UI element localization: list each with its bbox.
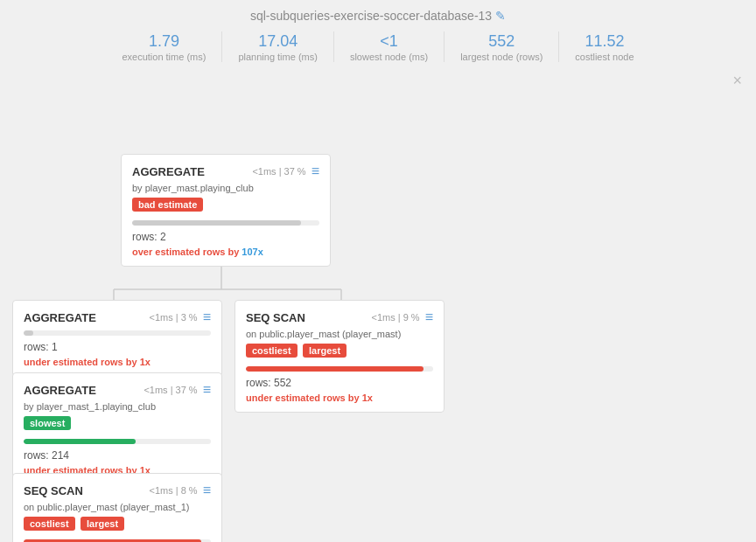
stat-execution-time-label: execution time (ms) — [122, 52, 206, 62]
stat-execution-time: 1.79 execution time (ms) — [106, 31, 222, 62]
canvas-area: AGGREGATE <1ms | 37 % ≡ by player_mast.p… — [0, 71, 756, 534]
stat-costliest-node: 11.52 costliest node — [559, 31, 649, 62]
node-seq-scan-left-subtitle: on public.player_mast (player_mast_1) — [24, 502, 211, 512]
progress-fill — [246, 366, 424, 372]
stat-largest-node: 552 largest node (rows) — [444, 31, 559, 62]
node-aggregate-mid-rows: rows: 214 — [24, 449, 211, 462]
stat-slowest-node-label: slowest node (ms) — [350, 52, 428, 62]
stat-slowest-node: <1 slowest node (ms) — [334, 31, 444, 62]
edit-icon[interactable]: ✎ — [495, 9, 506, 23]
stats-bar: 1.79 execution time (ms) 17.04 planning … — [0, 28, 756, 71]
node-aggregate-mid-header: AGGREGATE <1ms | 37 % ≡ — [24, 382, 211, 398]
stat-largest-node-value: 552 — [460, 31, 542, 52]
node-aggregate-left-stats: <1ms | 3 % — [150, 312, 198, 323]
header: sql-subqueries-exercise-soccer-database-… — [0, 0, 756, 28]
node-seq-scan-right-estimate: under estimated rows by 1x — [246, 393, 433, 403]
node-seq-scan-right-header: SEQ SCAN <1ms | 9 % ≡ — [246, 309, 433, 325]
node-seq-scan-right[interactable]: SEQ SCAN <1ms | 9 % ≡ on public.player_m… — [234, 300, 444, 413]
node-aggregate-top-estimate: over estimated rows by 107x — [132, 247, 319, 257]
node-seq-scan-right-progress — [246, 366, 433, 372]
node-seq-scan-left-stats: <1ms | 8 % — [150, 485, 198, 496]
node-aggregate-left[interactable]: AGGREGATE <1ms | 3 % ≡ rows: 1 under est… — [12, 300, 222, 377]
progress-fill — [24, 330, 33, 336]
node-aggregate-left-estimate: under estimated rows by 1x — [24, 357, 211, 367]
main-container: sql-subqueries-exercise-soccer-database-… — [0, 0, 756, 542]
node-aggregate-mid[interactable]: AGGREGATE <1ms | 37 % ≡ by player_mast_1… — [12, 372, 222, 485]
node-seq-scan-right-title: SEQ SCAN — [246, 311, 305, 324]
node-aggregate-mid-badge: slowest — [24, 416, 71, 430]
stat-costliest-node-value: 11.52 — [575, 31, 634, 52]
stat-planning-time-value: 17.04 — [238, 31, 317, 52]
node-seq-scan-left-badge2: largest — [80, 517, 124, 531]
node-seq-scan-right-badge1: costliest — [246, 344, 298, 358]
db-icon-top: ≡ — [312, 163, 319, 179]
db-icon-seq-right: ≡ — [425, 309, 433, 325]
node-aggregate-top[interactable]: AGGREGATE <1ms | 37 % ≡ by player_mast.p… — [121, 154, 331, 267]
progress-fill — [132, 220, 301, 226]
node-seq-scan-right-badge2: largest — [303, 344, 346, 358]
node-aggregate-mid-progress — [24, 439, 211, 444]
node-aggregate-top-rows: rows: 2 — [132, 231, 319, 243]
stat-slowest-node-value: <1 — [350, 31, 428, 52]
stat-costliest-node-label: costliest node — [575, 52, 634, 62]
node-seq-scan-left-header: SEQ SCAN <1ms | 8 % ≡ — [24, 483, 211, 498]
stat-largest-node-label: largest node (rows) — [460, 52, 542, 62]
progress-fill — [24, 439, 136, 444]
node-aggregate-left-header: AGGREGATE <1ms | 3 % ≡ — [24, 309, 211, 325]
node-aggregate-left-rows: rows: 1 — [24, 341, 211, 353]
page-title: sql-subqueries-exercise-soccer-database-… — [250, 9, 492, 23]
stat-planning-time: 17.04 planning time (ms) — [222, 31, 333, 62]
node-aggregate-top-header: AGGREGATE <1ms | 37 % ≡ — [132, 163, 319, 179]
node-seq-scan-left[interactable]: SEQ SCAN <1ms | 8 % ≡ on public.player_m… — [12, 473, 222, 542]
stat-planning-time-label: planning time (ms) — [238, 52, 317, 62]
node-aggregate-left-title: AGGREGATE — [24, 311, 96, 324]
node-aggregate-mid-stats: <1ms | 37 % — [144, 385, 197, 395]
node-aggregate-mid-subtitle: by player_mast_1.playing_club — [24, 401, 211, 412]
node-aggregate-left-progress — [24, 330, 211, 336]
db-icon-seq-left: ≡ — [203, 483, 211, 498]
node-seq-scan-left-title: SEQ SCAN — [24, 484, 83, 497]
node-aggregate-top-badge: bad estimate — [132, 198, 203, 212]
node-aggregate-top-progress — [132, 220, 319, 226]
node-seq-scan-right-rows: rows: 552 — [246, 377, 433, 389]
db-icon-mid: ≡ — [203, 382, 211, 398]
node-seq-scan-right-stats: <1ms | 9 % — [372, 312, 420, 323]
node-seq-scan-left-badge1: costliest — [24, 517, 75, 531]
node-seq-scan-right-subtitle: on public.player_mast (player_mast) — [246, 329, 433, 339]
node-aggregate-top-stats: <1ms | 37 % — [252, 166, 305, 177]
node-aggregate-top-subtitle: by player_mast.playing_club — [132, 183, 319, 193]
node-aggregate-top-title: AGGREGATE — [132, 165, 205, 178]
node-aggregate-mid-title: AGGREGATE — [24, 384, 96, 397]
stat-execution-time-value: 1.79 — [122, 31, 206, 52]
db-icon-left: ≡ — [203, 309, 211, 325]
